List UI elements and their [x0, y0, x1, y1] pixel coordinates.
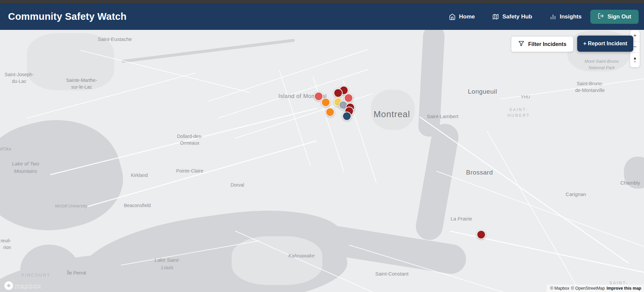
report-incident-button[interactable]: + Report Incident [577, 36, 633, 52]
app-header: Community Safety Watch Home Safety Hub I… [0, 3, 644, 30]
osm-attribution-link[interactable]: © OpenStreetMap [571, 286, 605, 291]
map-icon [492, 13, 499, 20]
sign-out-label: Sign Out [607, 13, 631, 20]
filter-icon [518, 40, 524, 48]
sign-out-button[interactable]: Sign Out [590, 10, 639, 24]
map-attribution: © Mapbox © OpenStreetMap Improve this ma… [547, 285, 644, 292]
nav-label: Insights [560, 13, 582, 20]
map-place-label: reuil- rion [1, 237, 11, 251]
pitch-toggle-button[interactable]: ▲ ▼ [630, 53, 640, 67]
nav-item-insights[interactable]: Insights [550, 13, 582, 20]
mapbox-wordmark: mapbox [14, 282, 41, 290]
incident-marker-darkred[interactable] [334, 89, 343, 98]
map-canvas[interactable]: Saint-EustacheSaint-Joseph- du-LacSainte… [0, 30, 644, 292]
map-place-label: Longueuil [468, 87, 497, 96]
nav-item-home[interactable]: Home [449, 13, 475, 20]
nav-item-safety-hub[interactable]: Safety Hub [492, 13, 532, 20]
filter-incidents-button[interactable]: Filter Incidents [511, 37, 573, 52]
mapbox-logo[interactable]: mapbox [4, 281, 41, 290]
map-place-label: Dorval [231, 182, 244, 188]
map-place-label: La Prairie [451, 215, 472, 223]
log-out-icon [598, 13, 604, 21]
app-title: Community Safety Watch [8, 11, 127, 22]
map-place-label: Carignan [566, 191, 586, 198]
map-place-label: SAINT- HUBERT [507, 107, 530, 119]
nav-label: Safety Hub [502, 13, 532, 20]
map-place-label: Brossard [466, 168, 493, 177]
pitch-down-icon: ▼ [633, 60, 637, 64]
home-icon [449, 13, 456, 20]
main-nav: Home Safety Hub Insights [449, 13, 582, 20]
nav-label: Home [459, 13, 475, 20]
filter-label: Filter Incidents [528, 41, 566, 47]
incident-marker-orange[interactable] [326, 108, 335, 117]
browser-chrome-strip [0, 0, 644, 3]
improve-map-link[interactable]: Improve this map [607, 286, 642, 291]
mapbox-logo-icon [4, 281, 13, 290]
bar-chart-icon [550, 13, 556, 20]
incident-marker-orange[interactable] [321, 98, 330, 107]
map-place-label: Saint-Constant [375, 270, 408, 278]
map-place-label: Kirkland [131, 172, 148, 179]
map-place-label: Saint-Bruno- de-Montarville [575, 80, 605, 94]
incident-marker-darkred[interactable] [477, 230, 486, 239]
incident-marker-navy[interactable] [342, 112, 352, 121]
report-label: + Report Incident [583, 41, 627, 46]
map-place-label: Beaconsfield [124, 202, 151, 209]
map-place-label: Pointe-Claire [176, 167, 203, 174]
mapbox-attribution-link[interactable]: © Mapbox [550, 286, 569, 291]
